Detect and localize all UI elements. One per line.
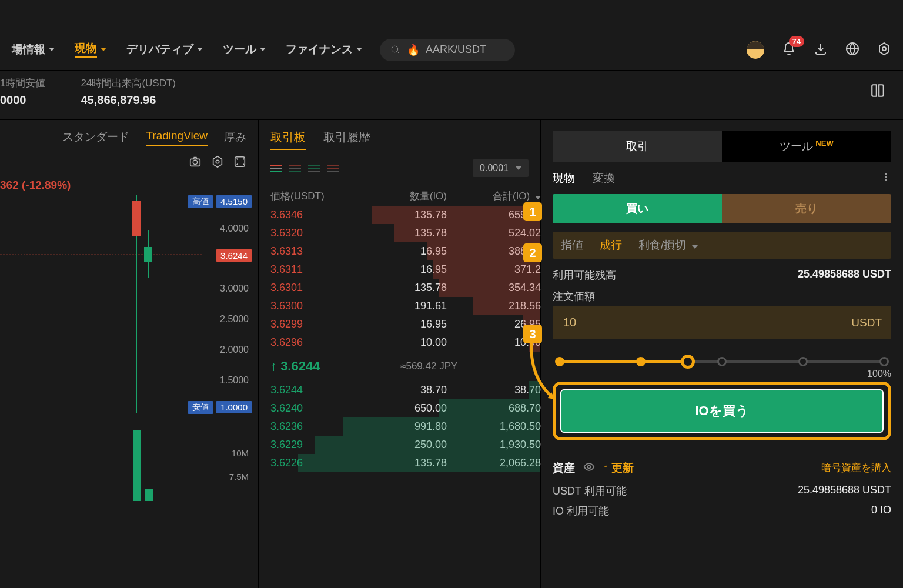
col-qty: 数量(IO) (353, 189, 447, 203)
low-tag: 安値 (188, 401, 213, 414)
order-type-market[interactable]: 成行 (600, 238, 622, 253)
col-sum: 合計(IO) (447, 189, 541, 203)
search-text: AARK/USDT (426, 44, 486, 56)
chart-panel: スタンダード TradingView 厚み 362 (-12.89%) 高値 4… (0, 119, 259, 588)
order-type-limit[interactable]: 指値 (561, 238, 583, 253)
tab-trade[interactable]: 取引 (553, 131, 722, 162)
asset-row: IO 利用可能0 IO (553, 504, 891, 518)
orderbook-ask-row[interactable]: 3.6301135.78354.34 (259, 279, 540, 297)
orderbook-ask-row[interactable]: 3.6320135.78524.02 (259, 224, 540, 242)
orderbook-bid-row[interactable]: 3.624438.7038.70 (259, 381, 540, 399)
orderbook-view-asks[interactable] (327, 162, 339, 174)
svg-point-11 (885, 176, 887, 178)
chart-screenshot-button[interactable] (189, 155, 202, 171)
more-vertical-icon (881, 172, 891, 182)
slider-max-label: 100% (867, 369, 891, 379)
orderbook-mid-price: ↑ 3.6244 ≈569.42 JPY (259, 352, 540, 381)
guide-button[interactable] (870, 83, 885, 101)
pair-search[interactable]: 🔥AARK/USDT (380, 39, 515, 61)
chart-settings-button[interactable] (211, 155, 224, 171)
orderbook-bid-row[interactable]: 3.6240650.00688.70 (259, 399, 540, 417)
tab-tools[interactable]: ツールNEW (722, 131, 891, 162)
svg-rect-9 (235, 157, 245, 167)
nav-item-finance[interactable]: ファイナンス (286, 42, 362, 58)
notifications-button[interactable]: 74 (782, 42, 796, 58)
high-tag: 高値 (188, 195, 213, 208)
language-button[interactable] (845, 42, 859, 58)
gear-icon (211, 155, 224, 168)
price-change: 362 (-12.89%) (0, 175, 258, 195)
top-nav: 場情報 現物 デリバティブ ツール ファイナンス 🔥AARK/USDT 74 (0, 29, 903, 71)
order-amount-input-wrap: USDT (553, 306, 891, 339)
trade-more-button[interactable] (881, 172, 891, 185)
orderbook-view-bids[interactable] (308, 162, 320, 174)
orderbook-ask-row[interactable]: 3.6346135.78659.80 (259, 206, 540, 224)
eye-icon (583, 461, 595, 473)
orderbook-ask-row[interactable]: 3.631116.95371.2 (259, 260, 540, 279)
buy-button[interactable]: IOを買う (560, 389, 884, 433)
orderbook-ask-row[interactable]: 3.629610.0010.00 (259, 333, 540, 352)
svg-point-12 (885, 179, 887, 181)
nav-item-tools[interactable]: ツール (223, 42, 266, 58)
orderbook-bid-row[interactable]: 3.6236991.801,680.50 (259, 417, 540, 436)
assets-refresh-button[interactable]: ↑ 更新 (603, 460, 634, 476)
globe-icon (845, 42, 859, 56)
asset-row: USDT 利用可能25.49858688 USDT (553, 484, 891, 498)
orderbook-ask-row[interactable]: 3.629916.9526.95 (259, 315, 540, 333)
mode-convert[interactable]: 変換 (593, 171, 615, 186)
assets-section: 資産 ↑ 更新 暗号資産を購入 USDT 利用可能25.49858688 USD… (553, 460, 891, 518)
download-button[interactable] (814, 42, 828, 58)
fullscreen-icon (233, 155, 246, 168)
order-type-stop[interactable]: 利食/損切 (638, 238, 698, 253)
low-value: 1.0000 (216, 401, 252, 413)
market-stats: 1時間安値 0000 24時間出来高(USDT) 45,866,879.96 (0, 71, 903, 119)
amount-slider[interactable]: 100% (553, 350, 891, 373)
settings-icon (877, 42, 891, 56)
callout-2: 2 (523, 243, 542, 262)
stat-24h-volume: 24時間出来高(USDT) 45,866,879.96 (81, 76, 176, 107)
avatar[interactable] (747, 41, 764, 59)
orderbook-ask-row[interactable]: 3.6300191.61218.56 (259, 297, 540, 315)
notifications-badge: 74 (789, 36, 804, 47)
chart-tab-tradingview[interactable]: TradingView (146, 129, 208, 146)
download-icon (814, 42, 828, 56)
settings-button[interactable] (877, 42, 891, 58)
svg-point-8 (216, 160, 219, 163)
svg-point-10 (885, 173, 887, 175)
nav-item-spot[interactable]: 現物 (75, 41, 106, 59)
side-buy-tab[interactable]: 買い (553, 194, 722, 223)
order-amount-unit: USDT (851, 316, 882, 329)
chart-tab-depth[interactable]: 厚み (224, 129, 246, 146)
orderbook-bid-row[interactable]: 3.6226135.782,066.28 (259, 454, 540, 472)
chart-fullscreen-button[interactable] (233, 155, 246, 171)
side-sell-tab[interactable]: 売り (722, 194, 891, 223)
nav-item-market-info[interactable]: 場情報 (12, 42, 55, 58)
svg-point-6 (193, 160, 197, 164)
buy-button-highlight: IOを買う (553, 382, 891, 440)
col-price: 価格(USDT) (270, 189, 353, 203)
svg-point-4 (882, 47, 886, 51)
assets-visibility-toggle[interactable] (583, 461, 595, 476)
order-amount-input[interactable] (562, 315, 851, 330)
last-price-tag: 3.6244 (216, 249, 252, 262)
assets-title: 資産 (553, 460, 575, 476)
chart-tab-standard[interactable]: スタンダード (62, 129, 129, 146)
book-icon (870, 83, 885, 98)
nav-item-derivatives[interactable]: デリバティブ (126, 42, 203, 58)
trade-panel: 取引 ツールNEW 現物 変換 買い 売り 指値 成行 利食/損切 利用可能残高… (541, 119, 903, 588)
tab-orderbook[interactable]: 取引板 (270, 129, 306, 150)
mode-spot[interactable]: 現物 (553, 171, 575, 186)
depth-step-select[interactable]: 0.0001 (473, 159, 529, 177)
orderbook-bid-row[interactable]: 3.6229250.001,930.50 (259, 436, 540, 454)
tab-trade-history[interactable]: 取引履歴 (323, 129, 370, 150)
price-chart[interactable]: 高値 4.5150 4.0000 3.6244 3.0000 2.5000 2.… (0, 195, 258, 524)
svg-point-0 (392, 46, 398, 52)
buy-crypto-link[interactable]: 暗号資産を購入 (821, 462, 891, 474)
orderbook-view-both[interactable] (270, 162, 282, 174)
svg-marker-7 (213, 156, 222, 167)
svg-marker-3 (879, 43, 889, 55)
camera-icon (189, 155, 202, 168)
orderbook-view-both-alt[interactable] (289, 162, 301, 174)
svg-line-1 (397, 51, 400, 54)
orderbook-ask-row[interactable]: 3.631316.95388.24 (259, 242, 540, 260)
